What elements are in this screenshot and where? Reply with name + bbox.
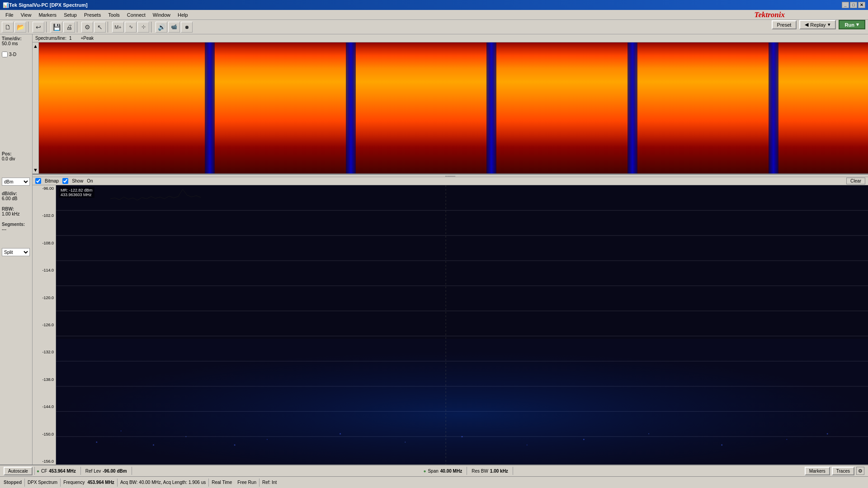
title-bar: 📊 Tek SignalVu-PC [DPX Spectrum] _ □ ✕ [0,0,868,10]
clear-button[interactable]: Clear [846,178,865,184]
stopped-label: Stopped [4,480,22,485]
y-label-1: -102.0 [33,213,54,218]
three-d-checkbox-row: 3-D [2,52,30,57]
toolbar-marker-button[interactable]: M+ [112,22,124,33]
ref-lev-label: Ref Lev [85,469,101,474]
toolbar-zoom-button[interactable]: ⊹ [137,22,149,33]
svg-rect-11 [56,339,868,465]
segments-section: Segments: --- [2,222,30,232]
tektronix-logo: Tektronix [755,10,785,19]
traces-button[interactable]: Traces [832,467,854,475]
maximize-button[interactable]: □ [850,2,857,8]
toolbar-save-button[interactable]: 📂 [14,22,26,33]
res-bw-label: Res BW [472,469,488,474]
settings-icon-button[interactable]: ⚙ [856,467,864,475]
spectrogram-header: Spectrums/line: 1 +Peak [33,34,868,42]
toolbar-separator-1 [28,22,31,33]
minimize-button[interactable]: _ [842,2,849,8]
run-button[interactable]: Run ▾ [839,20,865,29]
y-label-0: -96.00 [33,186,54,191]
svg-point-17 [267,439,268,440]
title-icon: 📊 [3,2,9,8]
toolbar-record-button[interactable]: ⏺ [181,22,193,33]
dpx-label: DPX Spectrum [28,480,57,485]
span-value: 40.00 MHz [440,469,462,474]
three-d-checkbox[interactable] [2,52,8,57]
run-dropdown-icon: ▾ [856,22,859,28]
toolbar-print-button[interactable]: 💾 [51,22,62,33]
y-label-9: -150.0 [33,432,54,436]
toolbar: 🗋 📂 ↩ 💾 🖨 ⚙ ↖ M+ ∿ ⊹ 🔊 📹 ⏺ [0,20,868,34]
scroll-down-button[interactable]: ▼ [32,166,39,174]
toolbar-open-button[interactable]: 🗋 [2,22,14,33]
toolbar-undo-button[interactable]: ↩ [33,22,44,33]
y-label-5: -126.0 [33,323,54,327]
dpx-panel: Bitmap Show On Clear -96.00 -102.0 -108.… [33,177,868,465]
svg-point-14 [153,444,154,446]
toolbar-separator-2 [46,22,49,33]
status-divider-3 [132,467,132,475]
split-select[interactable]: Split Overlay [2,248,30,256]
close-button[interactable]: ✕ [858,2,865,8]
ref-lev-value: -96.00 dBm [103,469,127,474]
menu-view[interactable]: View [17,11,35,19]
info-divider-1 [24,479,25,487]
ref-label: Ref: Int [262,480,277,485]
acq-label: Acq BW: 40.00 MHz, Acq Length: 1.906 us [120,480,206,485]
y-label-10: -156.0 [33,459,54,464]
y-label-6: -132.0 [33,350,54,354]
menu-tools[interactable]: Tools [104,11,123,19]
toolbar-video-button[interactable]: 📹 [168,22,180,33]
toolbar-audio-button[interactable]: 🔊 [156,22,167,33]
info-bar: Stopped DPX Spectrum Frequency 453.964 M… [0,476,868,488]
replay-button[interactable]: ◀ Replay ▾ [799,20,835,29]
menu-connect[interactable]: Connect [123,11,149,19]
spectrogram-canvas [39,42,868,174]
marker-freq: 433.963603 MHz [61,192,93,197]
toolbar-measure-button[interactable]: ∿ [125,22,137,33]
frequency-label: Frequency [63,480,85,485]
spectrogram-panel: Spectrums/line: 1 +Peak ▲ ▼ [33,34,868,174]
dbm-select[interactable]: dBm dBW V [2,178,30,186]
segments-label: Segments: [2,222,30,227]
toolbar-settings-button[interactable]: ⚙ [81,22,93,33]
svg-point-21 [527,445,528,446]
scroll-up-button[interactable]: ▲ [32,42,39,50]
y-label-2: -108.0 [33,241,54,245]
svg-point-13 [121,431,122,432]
spectrums-label: Spectrums/line: [35,36,66,41]
replay-label: Replay [810,22,826,28]
menu-file[interactable]: File [2,11,17,19]
rbw-section: RBW: 1.00 kHz [2,206,30,216]
frequency-value: 453.964 MHz [87,480,114,485]
cf-dot: ● [37,469,39,474]
svg-point-22 [583,439,585,440]
menu-presets[interactable]: Presets [80,11,104,19]
rbw-label: RBW: [2,206,30,211]
menu-setup[interactable]: Setup [60,11,80,19]
menu-window[interactable]: Window [149,11,174,19]
menu-markers[interactable]: Markers [35,11,60,19]
three-d-label: 3-D [9,52,16,57]
autoscale-button[interactable]: Autoscale [4,467,33,475]
show-checkbox[interactable] [62,178,68,184]
status-divider-4 [467,467,467,475]
dpx-header: Bitmap Show On Clear [33,177,868,185]
menu-bar: File View Markers Setup Presets Tools Co… [0,10,868,20]
svg-point-20 [462,436,463,437]
status-divider-5 [513,467,513,475]
bitmap-checkbox[interactable] [35,178,41,184]
markers-button[interactable]: Markers [805,467,830,475]
toolbar-cursor-button[interactable]: ↖ [94,22,106,33]
cf-value: 453.964 MHz [49,469,75,474]
y-axis: -96.00 -102.0 -108.0 -114.0 -120.0 -126.… [33,185,56,465]
span-dot: ● [423,469,426,474]
preset-button[interactable]: Preset [772,20,797,29]
show-label: Show [72,178,83,183]
menu-help[interactable]: Help [174,11,192,19]
toolbar-copy-button[interactable]: 🖨 [63,22,75,33]
y-label-3: -114.0 [33,268,54,272]
svg-point-26 [827,433,828,435]
peak-label: +Peak [80,36,94,41]
info-divider-5 [259,479,259,487]
